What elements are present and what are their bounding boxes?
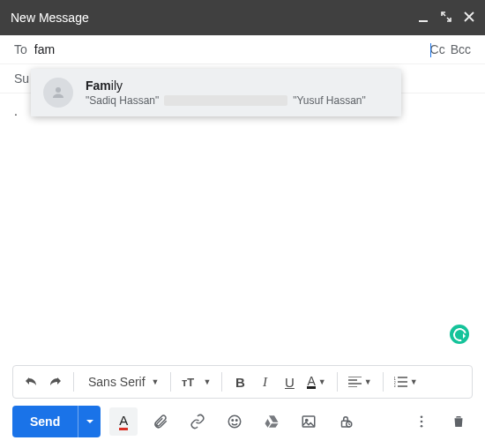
undo-button[interactable] — [20, 370, 41, 394]
svg-point-1 — [56, 87, 61, 93]
minimize-icon[interactable] — [418, 11, 429, 25]
suggestion-member-2: "Yusuf Hassan" — [293, 94, 366, 107]
send-row: Send A — [12, 406, 473, 437]
bcc-link[interactable]: Bcc — [451, 42, 471, 56]
svg-point-14 — [421, 421, 423, 423]
text-color-button[interactable]: A ▼ — [303, 370, 329, 394]
suggestion-text: Family "Sadiq Hassan" "Yusuf Hassan" — [86, 78, 389, 107]
redacted-icon — [164, 95, 287, 106]
font-size-button[interactable]: тТ ▼ — [178, 370, 215, 394]
to-label: To — [14, 42, 27, 56]
formatting-toolbar: Sans Serif ▼ тТ ▼ B I U A ▼ ▼ 123 ▼ — [12, 365, 473, 399]
svg-point-10 — [306, 419, 308, 421]
suggestion-name-match: Fam — [86, 78, 111, 93]
text-format-toggle[interactable]: A — [109, 407, 138, 436]
suggestion-members: "Sadiq Hassan" "Yusuf Hassan" — [86, 94, 389, 107]
suggestion-member-1: "Sadiq Hassan" — [86, 94, 159, 107]
chevron-down-icon: ▼ — [364, 377, 372, 386]
separator — [337, 372, 338, 392]
suggestion-item[interactable]: Family "Sadiq Hassan" "Yusuf Hassan" — [31, 69, 401, 116]
separator — [221, 372, 222, 392]
attach-file-icon[interactable] — [146, 407, 175, 436]
suggestion-name-rest: ily — [111, 78, 123, 93]
send-split-button: Send — [12, 406, 101, 437]
list-button[interactable]: 123 ▼ — [391, 370, 422, 394]
font-selector[interactable]: Sans Serif ▼ — [81, 370, 163, 394]
cc-link[interactable]: Cc — [430, 42, 445, 56]
window-controls — [418, 11, 474, 25]
svg-point-13 — [421, 415, 423, 418]
insert-image-icon[interactable] — [295, 407, 323, 436]
compose-header: New Message — [0, 0, 485, 35]
chevron-down-icon: ▼ — [410, 377, 418, 386]
svg-point-7 — [232, 420, 234, 422]
chevron-down-icon: ▼ — [152, 377, 160, 386]
chevron-down-icon: ▼ — [204, 377, 212, 386]
separator — [170, 372, 171, 392]
svg-point-15 — [421, 425, 423, 428]
underline-button[interactable]: U — [279, 370, 300, 394]
avatar — [43, 78, 73, 108]
separator — [383, 372, 384, 392]
recipient-suggestion-popup: Family "Sadiq Hassan" "Yusuf Hassan" — [31, 69, 401, 116]
to-input[interactable]: fam — [34, 42, 430, 56]
more-options-icon[interactable] — [407, 407, 436, 436]
insert-link-icon[interactable] — [183, 407, 212, 436]
bold-button[interactable]: B — [229, 370, 250, 394]
separator — [73, 372, 74, 392]
chevron-down-icon: ▼ — [318, 377, 326, 386]
redo-button[interactable] — [45, 370, 66, 394]
confidential-mode-icon[interactable] — [332, 407, 360, 436]
body-text: . — [14, 104, 18, 118]
expand-icon[interactable] — [441, 11, 451, 25]
svg-text:3: 3 — [394, 385, 396, 387]
svg-rect-0 — [419, 20, 428, 22]
drive-icon[interactable] — [257, 407, 286, 436]
svg-point-8 — [236, 420, 238, 422]
discard-icon[interactable] — [444, 407, 473, 436]
send-options-button[interactable] — [78, 406, 101, 437]
emoji-icon[interactable] — [220, 407, 249, 436]
svg-text:тТ: тТ — [182, 376, 194, 389]
grammarly-icon[interactable] — [450, 325, 469, 344]
send-button[interactable]: Send — [12, 406, 78, 437]
close-icon[interactable] — [464, 11, 474, 25]
compose-body[interactable]: . — [0, 93, 485, 314]
suggestion-name: Family — [86, 78, 389, 93]
compose-title: New Message — [11, 11, 418, 25]
align-button[interactable]: ▼ — [345, 370, 376, 394]
subject-partial: Su — [14, 71, 29, 86]
italic-button[interactable]: I — [254, 370, 275, 394]
svg-point-6 — [228, 415, 241, 428]
recipients-row: To fam Cc Bcc — [0, 35, 485, 63]
